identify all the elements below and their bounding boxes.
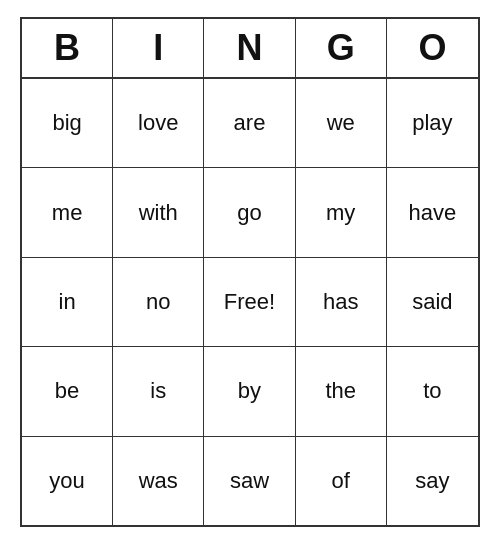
bingo-cell-3-1[interactable]: is bbox=[113, 347, 204, 435]
bingo-cell-3-3[interactable]: the bbox=[296, 347, 387, 435]
bingo-cell-0-0[interactable]: big bbox=[22, 79, 113, 167]
bingo-cell-1-4[interactable]: have bbox=[387, 168, 478, 256]
bingo-cell-2-4[interactable]: said bbox=[387, 258, 478, 346]
bingo-row-3: beisbytheto bbox=[22, 347, 478, 436]
bingo-cell-2-0[interactable]: in bbox=[22, 258, 113, 346]
bingo-card: BINGO bigloveareweplaymewithgomyhaveinno… bbox=[20, 17, 480, 527]
bingo-cell-3-2[interactable]: by bbox=[204, 347, 295, 435]
bingo-cell-4-2[interactable]: saw bbox=[204, 437, 295, 525]
bingo-row-4: youwassawofsay bbox=[22, 437, 478, 525]
bingo-header: BINGO bbox=[22, 19, 478, 79]
bingo-cell-1-0[interactable]: me bbox=[22, 168, 113, 256]
bingo-cell-4-4[interactable]: say bbox=[387, 437, 478, 525]
bingo-cell-0-3[interactable]: we bbox=[296, 79, 387, 167]
header-letter-o: O bbox=[387, 19, 478, 77]
bingo-row-0: bigloveareweplay bbox=[22, 79, 478, 168]
bingo-cell-4-0[interactable]: you bbox=[22, 437, 113, 525]
bingo-cell-1-3[interactable]: my bbox=[296, 168, 387, 256]
header-letter-n: N bbox=[204, 19, 295, 77]
bingo-cell-1-2[interactable]: go bbox=[204, 168, 295, 256]
bingo-cell-0-4[interactable]: play bbox=[387, 79, 478, 167]
bingo-cell-2-3[interactable]: has bbox=[296, 258, 387, 346]
bingo-cell-2-2[interactable]: Free! bbox=[204, 258, 295, 346]
header-letter-b: B bbox=[22, 19, 113, 77]
bingo-cell-3-4[interactable]: to bbox=[387, 347, 478, 435]
bingo-cell-0-2[interactable]: are bbox=[204, 79, 295, 167]
header-letter-g: G bbox=[296, 19, 387, 77]
bingo-cell-4-1[interactable]: was bbox=[113, 437, 204, 525]
bingo-cell-4-3[interactable]: of bbox=[296, 437, 387, 525]
bingo-body: bigloveareweplaymewithgomyhaveinnoFree!h… bbox=[22, 79, 478, 525]
bingo-cell-0-1[interactable]: love bbox=[113, 79, 204, 167]
bingo-cell-3-0[interactable]: be bbox=[22, 347, 113, 435]
bingo-cell-1-1[interactable]: with bbox=[113, 168, 204, 256]
bingo-row-1: mewithgomyhave bbox=[22, 168, 478, 257]
bingo-row-2: innoFree!hassaid bbox=[22, 258, 478, 347]
bingo-cell-2-1[interactable]: no bbox=[113, 258, 204, 346]
header-letter-i: I bbox=[113, 19, 204, 77]
